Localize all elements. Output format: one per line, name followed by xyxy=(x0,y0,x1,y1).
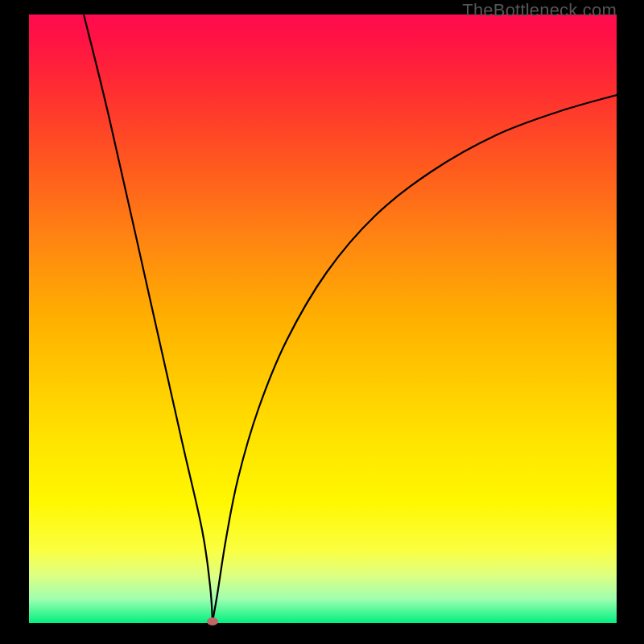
watermark-text: TheBottleneck.com xyxy=(462,0,617,21)
bottleneck-curve-right xyxy=(213,95,617,621)
bottleneck-curve-left xyxy=(84,14,213,621)
vertex-marker xyxy=(207,617,218,625)
curve-svg xyxy=(29,14,617,623)
plot-area xyxy=(29,14,617,623)
chart-container: TheBottleneck.com xyxy=(0,0,644,644)
